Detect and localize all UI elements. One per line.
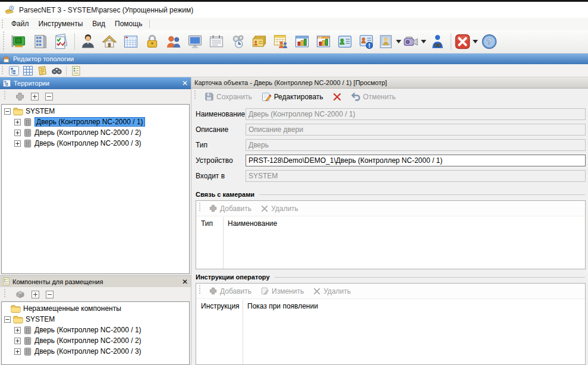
video-dropdown[interactable] [420, 32, 427, 52]
sub-toolbar-gripper[interactable] [1, 66, 4, 75]
home-icon [101, 33, 118, 50]
territories-panel: Территории ✕ [0, 77, 191, 274]
show-grid-button[interactable] [21, 65, 35, 77]
cameras-toolbar-gripper[interactable] [199, 203, 202, 211]
exit-dropdown[interactable] [471, 32, 479, 52]
tree-node-label[interactable]: Дверь (Контроллер NC-2000 / 3) [34, 347, 142, 355]
find-button[interactable] [49, 65, 64, 77]
tasks-button[interactable] [51, 32, 72, 52]
components-toolbar-gripper[interactable] [4, 289, 7, 297]
tree-node-door-3[interactable]: Дверь (Контроллер NC-2000 / 3) [2, 346, 189, 357]
topology-button[interactable] [29, 32, 51, 52]
instructions-delete-button[interactable]: Удалить [309, 285, 355, 297]
instructions-group-rule [275, 277, 585, 278]
territories-close-icon[interactable]: ✕ [182, 80, 188, 87]
territories-toolbar-gripper[interactable] [4, 91, 7, 99]
tree-node-label[interactable]: SYSTEM [26, 107, 55, 115]
menu-help[interactable]: Помощь [110, 18, 147, 29]
tree-node-door-3[interactable]: Дверь (Контроллер NC-2000 / 3) [2, 138, 189, 149]
delete-button[interactable] [329, 91, 345, 103]
user-groups-button[interactable] [163, 32, 184, 52]
collapse-icon[interactable] [4, 316, 11, 323]
personnel-button[interactable] [77, 32, 99, 52]
tree-node-label[interactable]: SYSTEM [26, 315, 55, 323]
menubar-gripper[interactable] [1, 20, 4, 28]
expand-icon[interactable] [14, 348, 21, 355]
cancel-button[interactable]: Отменить [347, 90, 400, 103]
device-field[interactable]: PRST-128\Demo\DEMO_1\Дверь (Контроллер N… [246, 155, 586, 166]
expand-icon[interactable] [14, 338, 21, 344]
instructions-toolbar-gripper[interactable] [199, 285, 202, 294]
instructions-grid-body[interactable] [196, 313, 585, 364]
menu-file[interactable]: Файл [7, 18, 34, 29]
person-alert-button[interactable] [356, 32, 377, 52]
exit-button[interactable] [454, 32, 471, 52]
components-close-icon[interactable]: ✕ [182, 278, 188, 285]
object-toolbar-gripper[interactable] [194, 90, 197, 100]
tree-node-door-1[interactable]: Дверь (Контроллер NC-2000 / 1) [2, 325, 189, 335]
save-button[interactable]: Сохранить [200, 90, 256, 103]
menu-tools[interactable]: Инструменты [34, 18, 88, 29]
tree-node-root[interactable]: SYSTEM [2, 314, 189, 325]
column-header-name[interactable]: Наименование [223, 219, 277, 228]
edit-button[interactable]: Редактировать [257, 90, 328, 103]
cameras-grid-body[interactable] [196, 231, 585, 269]
cameras-add-button[interactable]: Добавить [205, 203, 256, 215]
tree-node-label[interactable]: Дверь (Контроллер NC-2000 / 2) [34, 336, 142, 345]
auto-tasks-button[interactable] [227, 32, 249, 52]
collapse-all-icon[interactable] [45, 93, 53, 100]
reports-button[interactable] [291, 32, 313, 52]
home-button[interactable] [99, 32, 120, 52]
tree-node-unplaced[interactable]: Неразмещенные компоненты [2, 303, 189, 314]
video-button[interactable] [402, 32, 420, 52]
menubar-separator [149, 20, 150, 28]
grid-icon [23, 66, 33, 75]
schedule-button[interactable] [206, 32, 227, 52]
plus-icon[interactable] [15, 92, 24, 101]
monitor-button[interactable] [184, 32, 206, 52]
collapse-all-icon[interactable] [46, 291, 54, 298]
time-attendance-button[interactable] [270, 32, 291, 52]
tree-node-label[interactable]: Дверь (Контроллер NC-2000 / 1) [34, 326, 142, 334]
expand-icon[interactable] [14, 327, 21, 333]
expand-all-icon[interactable] [31, 93, 39, 100]
guard-button[interactable] [427, 32, 448, 52]
place-component-icon[interactable] [15, 290, 25, 298]
instructions-add-button[interactable]: Добавить [205, 285, 256, 297]
report-templates-button[interactable] [313, 32, 334, 52]
expand-icon[interactable] [14, 119, 21, 125]
column-header-type[interactable]: Тип [196, 219, 223, 228]
cameras-delete-button[interactable]: Удалить [257, 203, 303, 215]
list-button[interactable] [35, 65, 49, 77]
tree-node-label[interactable]: Дверь (Контроллер NC-2000 / 1) [34, 117, 145, 127]
tree-node-label[interactable]: Дверь (Контроллер NC-2000 / 2) [34, 128, 142, 137]
photo-dropdown[interactable] [395, 32, 402, 52]
show-tree-button[interactable] [7, 65, 21, 77]
instructions-edit-button[interactable]: Изменить [257, 285, 308, 297]
calendar-icon [122, 33, 139, 50]
legend-button[interactable] [69, 65, 83, 77]
help-button[interactable]: ? [479, 32, 500, 52]
column-header-instruction[interactable]: Инструкция [196, 302, 243, 310]
photo-button[interactable] [377, 32, 395, 52]
tree-node-door-1[interactable]: Дверь (Контроллер NC-2000 / 1) [2, 117, 189, 127]
column-header-show-on-appear[interactable]: Показ при появлении [243, 302, 318, 310]
menu-view[interactable]: Вид [87, 18, 110, 29]
tree-node-label[interactable]: Дверь (Контроллер NC-2000 / 3) [34, 139, 142, 147]
hardware-button[interactable] [8, 32, 29, 52]
badges-button[interactable] [249, 32, 270, 52]
x-icon [313, 288, 320, 295]
calendar-button[interactable] [120, 32, 142, 52]
expand-icon[interactable] [14, 140, 21, 147]
person-card-button[interactable] [334, 32, 356, 52]
tree-node-door-2[interactable]: Дверь (Контроллер NC-2000 / 2) [2, 335, 189, 346]
expand-icon[interactable] [14, 130, 21, 136]
collapse-icon[interactable] [4, 108, 11, 115]
access-button[interactable] [142, 32, 163, 52]
toolbar-gripper[interactable] [2, 32, 5, 51]
edit-gray-icon [261, 287, 269, 295]
expand-all-icon[interactable] [32, 291, 39, 298]
tree-node-root[interactable]: SYSTEM [2, 106, 189, 117]
tree-node-label[interactable]: Неразмещенные компоненты [23, 304, 121, 313]
tree-node-door-2[interactable]: Дверь (Контроллер NC-2000 / 2) [2, 127, 189, 138]
